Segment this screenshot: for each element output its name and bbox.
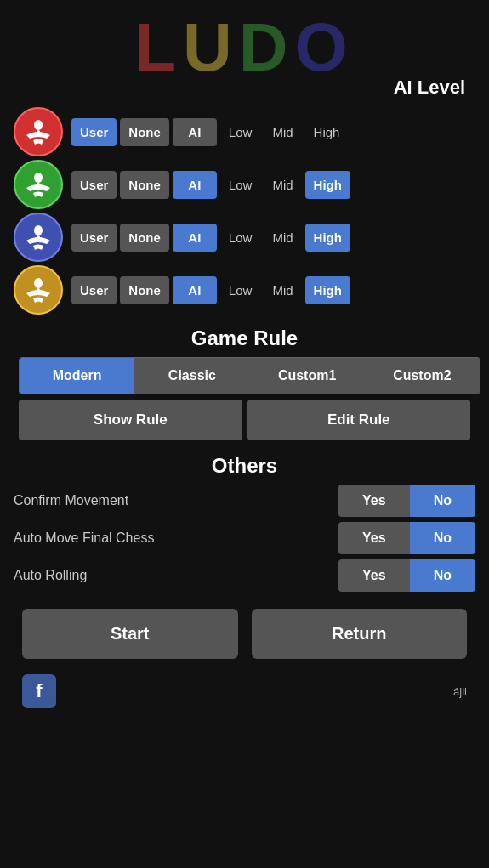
svg-point-6: [34, 278, 43, 288]
auto-rolling-label: Auto Rolling: [14, 568, 338, 583]
others-header: Others: [9, 454, 480, 478]
confirm-movement-toggle: Yes No: [338, 485, 475, 517]
auto-move-toggle: Yes No: [338, 522, 475, 554]
none-btn-red[interactable]: None: [120, 118, 169, 146]
show-rule-button[interactable]: Show Rule: [19, 400, 242, 440]
rule-tabs: Modern Classic Custom1 Custom2: [19, 357, 480, 394]
high-btn-yellow[interactable]: High: [305, 276, 350, 304]
tab-custom1[interactable]: Custom1: [250, 358, 365, 394]
svg-point-2: [34, 173, 43, 183]
svg-rect-5: [37, 235, 40, 242]
player-icon-green: [14, 160, 63, 209]
player-icon-red: [14, 107, 63, 156]
player-controls-red: User None AI Low Mid High: [71, 118, 475, 146]
ai-btn-yellow[interactable]: AI: [173, 276, 217, 304]
bottom-buttons: Start Return: [22, 609, 467, 659]
ai-btn-green[interactable]: AI: [173, 171, 217, 199]
none-btn-blue[interactable]: None: [120, 224, 169, 252]
game-rule-header: Game Rule: [9, 326, 480, 350]
player-row-blue: User None AI Low Mid High: [9, 213, 480, 262]
mid-btn-green[interactable]: Mid: [264, 171, 301, 199]
svg-point-4: [34, 225, 43, 235]
auto-move-row: Auto Move Final Chess Yes No: [14, 522, 475, 554]
user-btn-blue[interactable]: User: [71, 224, 117, 252]
mid-btn-yellow[interactable]: Mid: [264, 276, 301, 304]
facebook-icon[interactable]: f: [22, 674, 56, 708]
auto-rolling-row: Auto Rolling Yes No: [14, 559, 475, 592]
start-button[interactable]: Start: [22, 609, 238, 659]
auto-move-no[interactable]: No: [410, 522, 475, 554]
low-btn-green[interactable]: Low: [220, 171, 261, 199]
low-btn-blue[interactable]: Low: [220, 224, 261, 252]
svg-rect-1: [37, 130, 40, 137]
player-row-red: User None AI Low Mid High: [9, 107, 480, 156]
auto-rolling-toggle: Yes No: [338, 559, 475, 592]
footer: f ájil: [9, 667, 480, 715]
player-icon-yellow: [14, 265, 63, 315]
mid-btn-red[interactable]: Mid: [264, 118, 301, 146]
tab-classic[interactable]: Classic: [134, 358, 249, 394]
user-btn-green[interactable]: User: [71, 171, 117, 199]
player-controls-blue: User None AI Low Mid High: [71, 224, 475, 252]
auto-move-yes[interactable]: Yes: [338, 522, 410, 554]
confirm-movement-no[interactable]: No: [410, 485, 475, 517]
player-row-yellow: User None AI Low Mid High: [9, 265, 480, 315]
high-btn-green[interactable]: High: [305, 171, 350, 199]
ai-level-header: AI Level: [9, 0, 480, 104]
player-controls-green: User None AI Low Mid High: [71, 171, 475, 199]
user-btn-yellow[interactable]: User: [71, 276, 117, 304]
none-btn-green[interactable]: None: [120, 171, 169, 199]
high-btn-red[interactable]: High: [305, 118, 349, 146]
others-section: Others Confirm Movement Yes No Auto Move…: [9, 454, 480, 592]
mid-btn-blue[interactable]: Mid: [264, 224, 301, 252]
ai-btn-blue[interactable]: AI: [173, 224, 217, 252]
svg-rect-7: [37, 288, 40, 295]
player-controls-yellow: User None AI Low Mid High: [71, 276, 475, 304]
edit-rule-button[interactable]: Edit Rule: [247, 400, 471, 440]
svg-point-0: [34, 120, 43, 130]
auto-move-label: Auto Move Final Chess: [14, 530, 338, 546]
confirm-movement-row: Confirm Movement Yes No: [14, 485, 475, 517]
tab-modern[interactable]: Modern: [20, 358, 134, 394]
high-btn-blue[interactable]: High: [305, 224, 350, 252]
player-icon-blue: [14, 213, 63, 262]
auto-rolling-yes[interactable]: Yes: [338, 559, 410, 592]
player-row-green: User None AI Low Mid High: [9, 160, 480, 209]
none-btn-yellow[interactable]: None: [120, 276, 169, 304]
svg-rect-3: [37, 183, 40, 190]
rule-actions: Show Rule Edit Rule: [19, 400, 470, 440]
confirm-movement-label: Confirm Movement: [14, 493, 338, 508]
ai-btn-red[interactable]: AI: [173, 118, 217, 146]
user-btn-red[interactable]: User: [71, 118, 117, 146]
brand-logo: ájil: [453, 685, 467, 698]
low-btn-red[interactable]: Low: [220, 118, 261, 146]
auto-rolling-no[interactable]: No: [410, 559, 475, 592]
tab-custom2[interactable]: Custom2: [365, 358, 480, 394]
confirm-movement-yes[interactable]: Yes: [338, 485, 410, 517]
return-button[interactable]: Return: [252, 609, 468, 659]
low-btn-yellow[interactable]: Low: [220, 276, 261, 304]
